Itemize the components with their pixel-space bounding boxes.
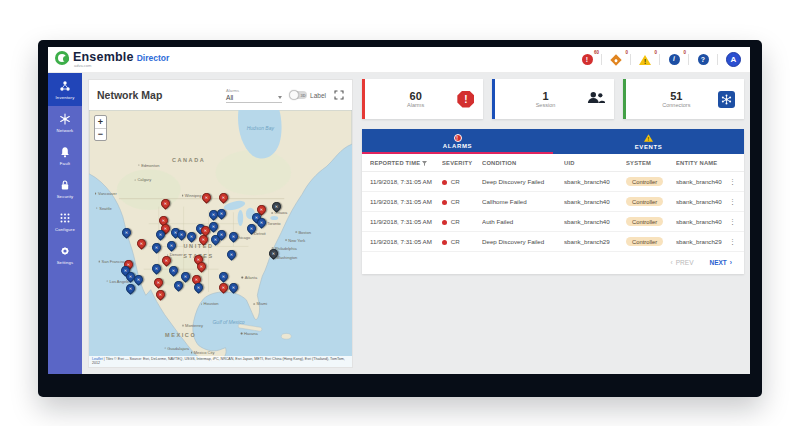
column-reported-time[interactable]: REPORTED TIME	[370, 160, 442, 166]
cell-system: Controller	[626, 237, 676, 246]
stat-card-session: 1 Session	[492, 79, 613, 119]
cell-reported-time: 11/9/2018, 7:31:05 AM	[370, 238, 442, 245]
users-icon	[587, 90, 605, 108]
sidebar-item-fault[interactable]: Fault	[48, 139, 82, 172]
zoom-out-button[interactable]: −	[95, 128, 106, 140]
table-row[interactable]: 11/9/2018, 7:31:05 AM CR Deep Discovery …	[362, 232, 744, 252]
router-glyph-icon: ✕	[220, 194, 227, 201]
column-entity-name: ENTITY NAME	[676, 160, 728, 166]
sidebar-item-inventory[interactable]: Inventory	[48, 73, 82, 106]
cell-condition: Auth Failed	[482, 218, 564, 225]
help-icon[interactable]: ?	[697, 54, 709, 66]
sidebar: Inventory Network Fault	[48, 73, 82, 374]
tab-alarms[interactable]: ! ALARMS	[362, 129, 553, 154]
cell-severity: CR	[442, 218, 482, 225]
zoom-in-button[interactable]: +	[95, 116, 106, 128]
info-alarms-icon[interactable]: i 0	[668, 54, 680, 66]
cell-reported-time: 11/9/2018, 7:31:05 AM	[370, 218, 442, 225]
inventory-icon	[59, 80, 72, 93]
map-zoom-control: + −	[94, 115, 107, 141]
sidebar-item-settings[interactable]: Settings	[48, 238, 82, 271]
chevron-left-icon: ‹	[671, 259, 673, 266]
router-glyph-icon: ✕	[218, 231, 225, 238]
divider	[717, 54, 718, 65]
map-panel-title: Network Map	[97, 89, 162, 101]
brand-name: Ensemble	[73, 51, 134, 64]
cell-reported-time: 11/9/2018, 7:31:05 AM	[370, 178, 442, 185]
alarms-filter: Alarms All	[226, 88, 282, 103]
router-glyph-icon: ✕	[153, 265, 160, 272]
router-glyph-icon: ✕	[230, 284, 237, 291]
router-glyph-icon: ✕	[138, 240, 145, 247]
pagination-next[interactable]: NEXT ›	[709, 259, 732, 266]
router-glyph-icon: ✕	[157, 291, 164, 298]
brand: Ensemble Director adva.com	[55, 51, 169, 69]
router-glyph-icon: ✕	[127, 285, 134, 292]
router-glyph-icon: ✕	[270, 250, 277, 257]
router-glyph-icon: ✕	[202, 227, 209, 234]
fullscreen-icon[interactable]	[334, 90, 344, 100]
chevron-down-icon	[278, 96, 282, 99]
cell-entity-name: sbank_branch40	[676, 198, 728, 205]
column-severity: SEVERITY	[442, 160, 482, 166]
warning-triangle-icon: !	[644, 134, 653, 143]
router-glyph-icon: ✕	[178, 231, 185, 238]
router-glyph-icon: ✕	[175, 282, 182, 289]
row-menu-icon[interactable]: ⋮	[728, 178, 736, 186]
brand-logo-icon	[55, 51, 69, 65]
router-glyph-icon: ✕	[258, 219, 265, 226]
major-alarms-icon[interactable]: 0	[610, 54, 622, 66]
critical-alarms-badge: 60	[594, 50, 599, 55]
column-condition: CONDITION	[482, 160, 564, 166]
router-glyph-icon: ✕	[220, 284, 227, 291]
info-alarms-badge: 0	[683, 50, 686, 55]
severity-critical-icon	[442, 240, 447, 245]
critical-alarms-icon[interactable]: ! 60	[581, 54, 593, 66]
alarms-filter-select[interactable]: All	[226, 94, 282, 103]
sidebar-item-security[interactable]: Security	[48, 172, 82, 205]
cell-uid: sbank_branch40	[564, 198, 626, 205]
lock-icon	[59, 179, 72, 192]
table-row[interactable]: 11/9/2018, 7:31:05 AM CR Deep Discovery …	[362, 172, 744, 192]
tab-events[interactable]: ! EVENTS	[553, 129, 744, 154]
row-menu-icon[interactable]: ⋮	[728, 218, 736, 226]
severity-critical-icon	[442, 200, 447, 205]
alarms-panel: ! ALARMS ! EVENTS	[362, 129, 744, 274]
router-glyph-icon: ✕	[195, 284, 202, 291]
sidebar-item-configure[interactable]: Configure	[48, 205, 82, 238]
header-icons: ! 60 0 ! 0	[581, 52, 741, 67]
router-glyph-icon: ✕	[200, 236, 207, 243]
major-alarms-badge: 0	[625, 50, 628, 55]
system-badge: Controller	[626, 177, 663, 186]
gear-icon	[59, 245, 72, 258]
app-window: Ensemble Director adva.com ! 60 0	[48, 47, 750, 374]
table-row[interactable]: 11/9/2018, 7:31:05 AM CR Callhome Failed…	[362, 192, 744, 212]
pagination-prev[interactable]: ‹ PREV	[671, 259, 694, 266]
3d-label-toggle[interactable]: 3D Label	[290, 91, 326, 99]
brand-product: Director	[137, 54, 170, 63]
sidebar-item-network[interactable]: Network	[48, 106, 82, 139]
divider	[659, 54, 660, 65]
router-glyph-icon: ✕	[210, 223, 217, 230]
row-menu-icon[interactable]: ⋮	[728, 198, 736, 206]
stat-card-connectors: 51 Connectors	[623, 79, 744, 119]
grid-icon	[59, 212, 72, 225]
user-avatar[interactable]: A	[726, 52, 741, 67]
cell-reported-time: 11/9/2018, 7:31:05 AM	[370, 198, 442, 205]
severity-critical-icon	[442, 220, 447, 225]
router-glyph-icon: ✕	[220, 273, 227, 280]
leaflet-link[interactable]: Leaflet	[92, 357, 103, 361]
router-glyph-icon: ✕	[218, 210, 225, 217]
cell-entity-name: sbank_branch40	[676, 218, 728, 225]
table-row[interactable]: 11/9/2018, 7:31:05 AM CR Auth Failed sba…	[362, 212, 744, 232]
network-map[interactable]: + − CANADA UNITED STATES	[89, 110, 352, 367]
row-menu-icon[interactable]: ⋮	[728, 238, 736, 246]
router-glyph-icon: ✕	[170, 267, 177, 274]
warning-alarms-icon[interactable]: ! 0	[639, 54, 651, 66]
session-count: 1	[504, 90, 586, 103]
cell-uid: sbank_branch29	[564, 238, 626, 245]
router-glyph-icon: ✕	[123, 229, 130, 236]
divider	[630, 54, 631, 65]
severity-critical-icon	[442, 180, 447, 185]
router-glyph-icon: ✕	[248, 225, 255, 232]
